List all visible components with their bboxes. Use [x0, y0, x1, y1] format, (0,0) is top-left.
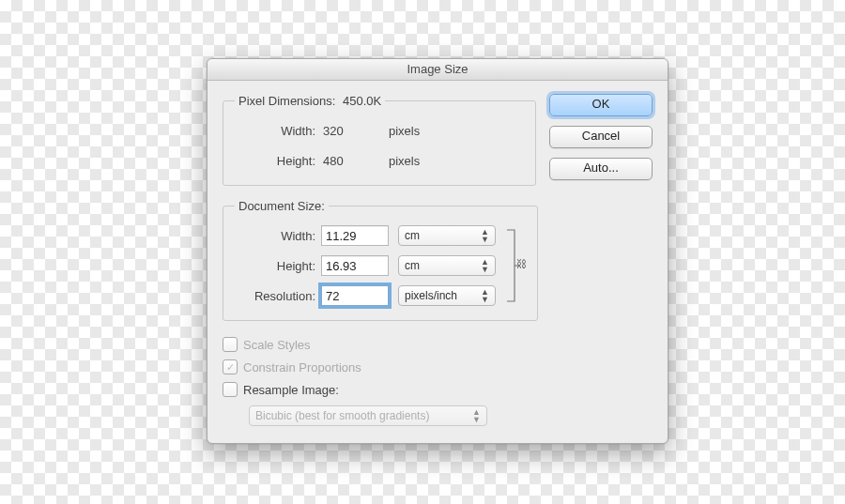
updown-caret-icon: ▲▼ — [481, 258, 489, 273]
doc-resolution-label: Resolution: — [235, 289, 321, 303]
pixel-height-unit: pixels — [376, 154, 454, 168]
doc-resolution-input[interactable] — [321, 285, 389, 306]
doc-resolution-unit-value: pixels/inch — [405, 289, 457, 302]
pixel-height-value: 480 — [321, 154, 376, 168]
constrain-proportions-row: ✓ Constrain Proportions — [223, 357, 536, 377]
constrain-proportions-label: Constrain Proportions — [243, 360, 361, 374]
resample-image-checkbox[interactable] — [223, 382, 238, 397]
pixel-dimensions-size: 450.0K — [339, 94, 381, 108]
ok-button[interactable]: OK — [549, 94, 653, 116]
pixel-width-unit: pixels — [376, 124, 454, 138]
constrain-proportions-checkbox: ✓ — [223, 359, 238, 374]
updown-caret-icon: ▲▼ — [481, 288, 489, 303]
document-size-rows: Width: cm ▲▼ Height: — [235, 222, 526, 309]
doc-width-unit-select[interactable]: cm ▲▼ — [398, 225, 496, 246]
document-size-fields: Width: cm ▲▼ Height: — [235, 222, 496, 309]
pixel-width-label: Width: — [235, 124, 321, 138]
doc-resolution-row: Resolution: pixels/inch ▲▼ — [235, 283, 496, 309]
doc-width-unit-value: cm — [405, 229, 420, 242]
dialog-content: Pixel Dimensions: 450.0K Width: 320 pixe… — [207, 81, 668, 443]
cancel-button[interactable]: Cancel — [549, 126, 653, 148]
resample-image-row: Resample Image: — [223, 379, 536, 400]
auto-button[interactable]: Auto... — [549, 158, 653, 180]
pixel-height-label: Height: — [235, 154, 321, 168]
doc-height-row: Height: cm ▲▼ — [235, 252, 496, 279]
dialog-buttons: OK Cancel Auto... — [549, 94, 653, 426]
doc-height-unit-value: cm — [405, 259, 420, 272]
image-size-dialog: Image Size Pixel Dimensions: 450.0K Widt… — [207, 58, 668, 444]
dialog-title: Image Size — [207, 59, 668, 81]
document-size-legend: Document Size: — [235, 199, 329, 213]
scale-styles-checkbox — [223, 337, 238, 352]
link-icon: ⛓ — [516, 258, 527, 269]
doc-width-row: Width: cm ▲▼ — [235, 222, 496, 249]
resample-image-label: Resample Image: — [243, 383, 339, 397]
doc-resolution-unit-select[interactable]: pixels/inch ▲▼ — [398, 285, 496, 306]
resample-method-value: Bicubic (best for smooth gradients) — [255, 409, 429, 422]
resample-method-wrap: Bicubic (best for smooth gradients) ▲▼ — [249, 405, 536, 426]
pixel-dimensions-group: Pixel Dimensions: 450.0K Width: 320 pixe… — [223, 94, 536, 186]
doc-height-label: Height: — [235, 259, 321, 273]
doc-height-input[interactable] — [321, 255, 389, 276]
scale-styles-label: Scale Styles — [243, 338, 311, 352]
doc-height-unit-select[interactable]: cm ▲▼ — [398, 255, 496, 276]
pixel-width-row: Width: 320 pixels — [235, 117, 524, 144]
doc-width-input[interactable] — [321, 225, 389, 246]
pixel-dimensions-legend-text: Pixel Dimensions: — [238, 94, 335, 108]
updown-caret-icon: ▲▼ — [481, 228, 489, 243]
doc-width-label: Width: — [235, 229, 321, 243]
pixel-height-row: Height: 480 pixels — [235, 147, 524, 174]
resample-method-select: Bicubic (best for smooth gradients) ▲▼ — [249, 405, 487, 426]
pixel-width-value: 320 — [321, 124, 376, 138]
document-size-group: Document Size: Width: cm ▲▼ — [223, 199, 538, 321]
scale-styles-row: Scale Styles — [223, 334, 536, 355]
updown-caret-icon: ▲▼ — [472, 408, 481, 423]
pixel-dimensions-legend: Pixel Dimensions: 450.0K — [235, 94, 385, 108]
dialog-left-column: Pixel Dimensions: 450.0K Width: 320 pixe… — [223, 94, 536, 426]
link-brace: ⛓ — [503, 222, 526, 309]
